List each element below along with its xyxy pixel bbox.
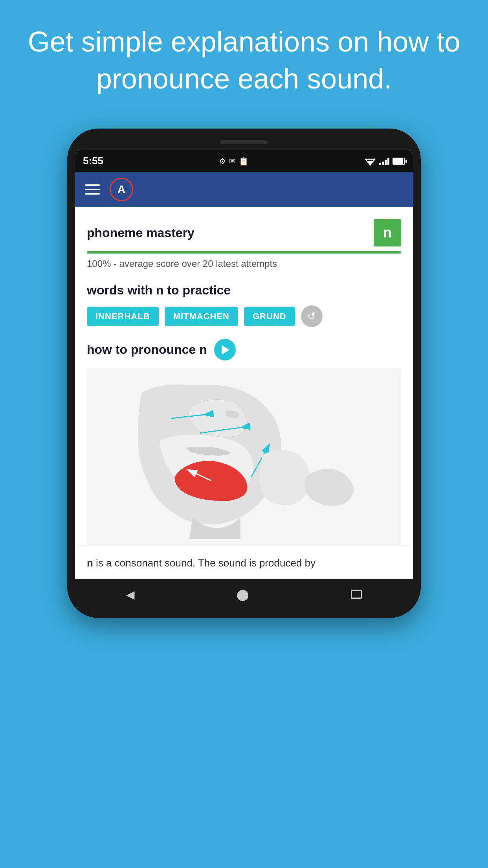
status-bar: 5:55 ⚙ ✉ 📋 [75,150,413,172]
word-chip-mitmachen[interactable]: MITMACHEN [165,307,238,326]
play-button[interactable] [214,339,236,360]
phone-top-bar [75,136,413,148]
mail-icon: ✉ [229,156,236,166]
recent-apps-button[interactable] [351,590,362,599]
pronounce-section: how to pronounce n [87,339,401,545]
phone-device: 5:55 ⚙ ✉ 📋 [67,129,421,618]
pronounce-header: how to pronounce n [87,339,401,360]
anatomy-illustration [87,368,401,545]
back-button[interactable] [126,588,135,601]
settings-icon: ⚙ [219,156,226,166]
phoneme-header: phoneme mastery n [87,219,401,246]
words-title: words with n to practice [87,283,401,298]
app-content: phoneme mastery n 100% - average score o… [75,207,413,545]
bottom-nav [75,579,413,610]
wifi-icon [364,157,376,166]
phone-speaker [220,140,268,144]
phone-screen: 5:55 ⚙ ✉ 📋 [75,150,413,610]
header-text: Get simple explanations on how to pronou… [0,0,488,129]
pronounce-title: how to pronounce n [87,342,207,357]
refresh-button[interactable]: ↺ [301,305,323,327]
phoneme-mastery-section: phoneme mastery n 100% - average score o… [87,219,401,269]
progress-bar-fill [87,251,401,254]
progress-bar-container [87,251,401,254]
anatomy-svg [87,368,401,545]
phoneme-title: phoneme mastery [87,226,194,240]
status-right [364,157,405,166]
signal-icon [379,157,389,165]
battery-icon [393,158,405,165]
status-icons-left: ⚙ ✉ 📋 [219,156,249,166]
description-rest: is a consonant sound. The sound is produ… [93,557,316,569]
app-toolbar: A [75,172,413,207]
status-time: 5:55 [83,155,103,167]
app-logo[interactable]: A [110,178,133,201]
hamburger-menu-button[interactable] [85,184,100,195]
play-triangle-icon [222,345,229,355]
word-chip-grund[interactable]: GRUND [244,307,295,326]
home-button[interactable] [237,588,249,601]
score-text: 100% - average score over 20 latest atte… [87,258,401,269]
phoneme-letter: n [87,557,93,569]
words-section: words with n to practice INNERHALB MITMA… [87,283,401,327]
svg-point-2 [369,163,371,166]
description-section: n is a consonant sound. The sound is pro… [75,545,413,579]
word-chip-innerhalb[interactable]: INNERHALB [87,307,159,326]
file-icon: 📋 [239,156,249,166]
word-chips-container: INNERHALB MITMACHEN GRUND ↺ [87,305,401,327]
phoneme-badge: n [374,219,401,246]
description-text: n is a consonant sound. The sound is pro… [87,555,401,571]
page-background: Get simple explanations on how to pronou… [0,0,488,868]
